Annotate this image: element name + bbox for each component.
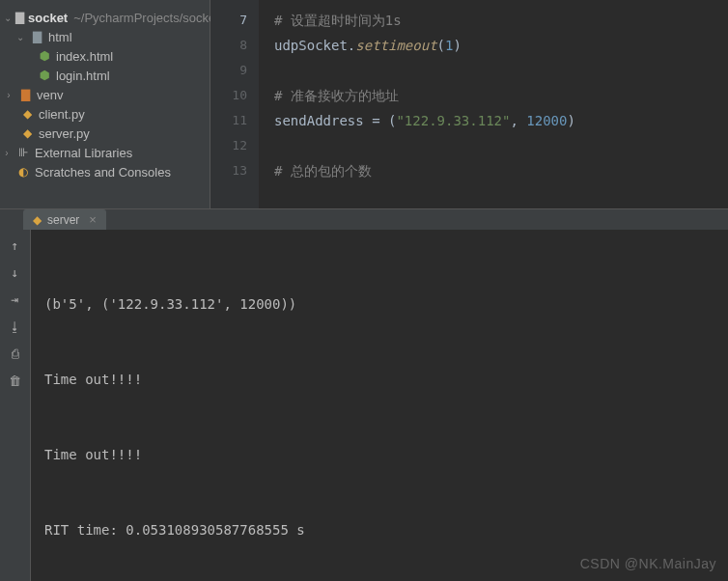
code-area[interactable]: # 设置超时时间为1s udpSocket.settimeout(1) # 准备… bbox=[259, 0, 728, 208]
tree-scratches[interactable]: ◐ Scratches and Consoles bbox=[0, 162, 210, 181]
code-line: udpSocket.settimeout(1) bbox=[274, 33, 728, 58]
code-line bbox=[274, 58, 728, 83]
folder-icon: ▇ bbox=[15, 10, 24, 25]
run-tool-window: ◆ server × ↑ ↓ ⇥ ⭳ ⎙ 🗑 (b'5', ('122.9.33… bbox=[0, 208, 728, 581]
console-line: Time out!!!! bbox=[44, 442, 714, 467]
line-gutter: 7 8 9 10 11 12 13 bbox=[210, 0, 259, 208]
code-line bbox=[274, 133, 728, 158]
line-number: 8 bbox=[210, 33, 247, 58]
tree-file-login[interactable]: ⬢ login.html bbox=[0, 66, 210, 85]
watermark: CSDN @NK.MainJay bbox=[580, 556, 716, 571]
code-editor[interactable]: 7 8 9 10 11 12 13 # 设置超时时间为1s udpSocket.… bbox=[210, 0, 728, 208]
library-icon: ⊪ bbox=[15, 145, 31, 160]
line-number: 10 bbox=[210, 83, 247, 108]
chevron-right-icon: › bbox=[4, 90, 14, 100]
scroll-to-end-button[interactable]: ⭳ bbox=[6, 317, 25, 336]
line-number: 12 bbox=[210, 133, 247, 158]
root-name: socket bbox=[28, 11, 68, 25]
venv-folder-icon: ▇ bbox=[17, 87, 33, 102]
tree-root[interactable]: ⌄ ▇ socket ~/PycharmProjects/socke bbox=[0, 8, 210, 27]
project-tree[interactable]: ⌄ ▇ socket ~/PycharmProjects/socke ⌄ ▇ h… bbox=[0, 0, 210, 208]
code-line: # 准备接收方的地址 bbox=[274, 83, 728, 108]
html-file-icon: ⬢ bbox=[37, 48, 52, 64]
python-file-icon: ◆ bbox=[33, 213, 42, 227]
scratches-icon: ◐ bbox=[15, 164, 31, 180]
chevron-down-icon: ⌄ bbox=[15, 32, 25, 42]
tree-file-client[interactable]: ◆ client.py bbox=[0, 104, 210, 124]
chevron-down-icon: ⌄ bbox=[4, 13, 12, 23]
tree-file-server[interactable]: ◆ server.py bbox=[0, 124, 210, 143]
close-icon[interactable]: × bbox=[89, 212, 97, 227]
clear-button[interactable]: 🗑 bbox=[6, 371, 25, 390]
python-file-icon: ◆ bbox=[19, 125, 35, 141]
run-tabbar: ◆ server × bbox=[0, 209, 728, 230]
console-line: RIT time: 0.053108930587768555 s bbox=[44, 517, 714, 542]
console-line: Time out!!!! bbox=[44, 367, 714, 392]
code-line: # 总的包的个数 bbox=[274, 158, 728, 183]
python-file-icon: ◆ bbox=[19, 106, 35, 122]
chevron-right-icon: › bbox=[2, 148, 12, 158]
line-number: 13 bbox=[210, 158, 247, 183]
html-file-icon: ⬢ bbox=[37, 68, 52, 83]
tree-folder-html[interactable]: ⌄ ▇ html bbox=[0, 27, 210, 46]
line-number: 11 bbox=[210, 108, 247, 133]
code-line: # 设置超时时间为1s bbox=[274, 8, 728, 33]
scroll-down-button[interactable]: ↓ bbox=[6, 263, 25, 282]
folder-icon: ▇ bbox=[29, 29, 44, 44]
root-path: ~/PycharmProjects/socke bbox=[73, 11, 215, 25]
print-button[interactable]: ⎙ bbox=[6, 344, 25, 363]
console-output[interactable]: (b'5', ('122.9.33.112', 12000)) Time out… bbox=[31, 230, 728, 581]
code-line: sendAddress = ("122.9.33.112", 12000) bbox=[274, 108, 728, 133]
line-number: 7 bbox=[210, 8, 247, 33]
tree-external-libs[interactable]: › ⊪ External Libraries bbox=[0, 143, 210, 162]
tree-folder-venv[interactable]: › ▇ venv bbox=[0, 85, 210, 104]
tab-label: server bbox=[47, 213, 79, 227]
console-line: (b'5', ('122.9.33.112', 12000)) bbox=[44, 291, 714, 317]
tree-file-index[interactable]: ⬢ index.html bbox=[0, 46, 210, 66]
soft-wrap-button[interactable]: ⇥ bbox=[6, 290, 25, 309]
console-toolbar: ↑ ↓ ⇥ ⭳ ⎙ 🗑 bbox=[0, 230, 31, 581]
line-number: 9 bbox=[210, 58, 247, 83]
scroll-up-button[interactable]: ↑ bbox=[6, 235, 25, 255]
run-tab-server[interactable]: ◆ server × bbox=[23, 209, 106, 230]
